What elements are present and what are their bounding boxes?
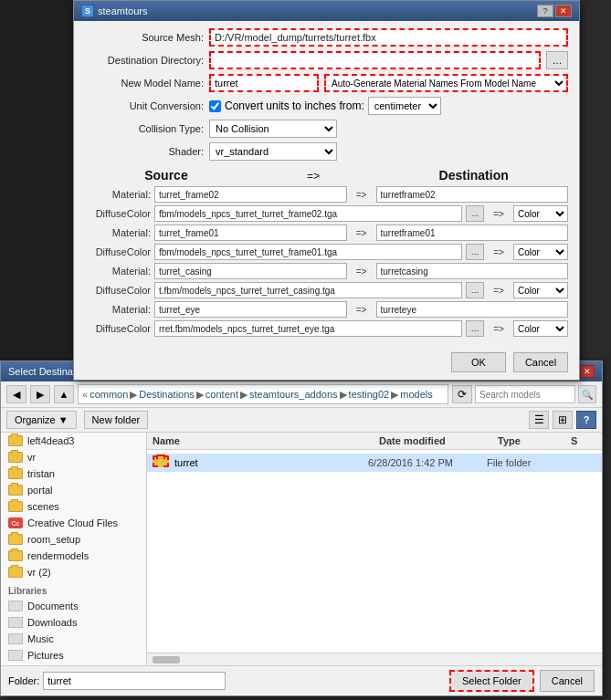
- search-input[interactable]: [475, 385, 575, 403]
- close-button[interactable]: ✕: [555, 5, 572, 17]
- sidebar-item-rendermodels[interactable]: rendermodels: [1, 548, 146, 564]
- mat-src-2[interactable]: [154, 263, 347, 279]
- sidebar-item-documents[interactable]: Documents: [1, 598, 146, 614]
- diff-src-1[interactable]: [154, 244, 462, 260]
- cancel-button-top[interactable]: Cancel: [513, 352, 568, 372]
- mat-dst-3[interactable]: [376, 301, 569, 318]
- fb-main: Name Date modified Type S turret 6/28/20…: [147, 433, 602, 665]
- nav-right: ⟳ 🔍: [452, 385, 596, 403]
- shader-select[interactable]: vr_standard: [209, 142, 337, 161]
- folder-input[interactable]: [43, 672, 226, 690]
- diff-browse-0[interactable]: …: [466, 205, 484, 222]
- sidebar-item-portal[interactable]: portal: [1, 482, 146, 498]
- cancel-button-fb[interactable]: Cancel: [540, 670, 595, 692]
- sidebar-label-rendermodels: rendermodels: [27, 550, 89, 561]
- view-button-icons[interactable]: ⊞: [553, 411, 573, 429]
- horizontal-scrollbar[interactable]: [147, 653, 602, 665]
- col-date: Date modified: [374, 433, 492, 449]
- diff-row-1: DiffuseColor … => Color: [85, 244, 568, 260]
- help-button[interactable]: ?: [537, 5, 553, 17]
- diff-src-2[interactable]: [154, 282, 462, 298]
- toolbar-right: ☰ ⊞ ?: [529, 411, 596, 429]
- sidebar-item-scenes[interactable]: scenes: [1, 498, 146, 515]
- collision-select[interactable]: No Collision: [209, 120, 337, 138]
- diff-browse-1[interactable]: …: [466, 244, 484, 260]
- organize-button[interactable]: Organize ▼: [6, 411, 77, 429]
- diff-src-0[interactable]: [154, 205, 462, 222]
- mat-dst-0[interactable]: [376, 186, 569, 203]
- select-folder-button[interactable]: Select Folder: [449, 670, 534, 692]
- refresh-button[interactable]: ⟳: [452, 385, 472, 403]
- sidebar-item-vr[interactable]: vr: [1, 449, 146, 465]
- steamtours-dialog: S steamtours ? ✕ Source Mesh: Destinatio…: [73, 0, 580, 381]
- titlebar-left: S steamtours: [81, 5, 147, 17]
- sidebar-item-music[interactable]: Music: [1, 631, 146, 647]
- unit-conv-select[interactable]: centimeter: [368, 97, 441, 115]
- sidebar-label-vr2: vr (2): [27, 567, 51, 578]
- folder-icon: [8, 435, 23, 446]
- ok-button[interactable]: OK: [451, 352, 506, 372]
- dest-header: Destination: [439, 168, 509, 183]
- materials-table: Material: => DiffuseColor … => Color Mat…: [85, 186, 568, 337]
- sidebar-item-pictures[interactable]: Pictures: [1, 647, 146, 663]
- titlebar-controls: ? ✕: [537, 5, 572, 17]
- help-button-fb[interactable]: ?: [576, 411, 596, 429]
- diff-dst-select-3[interactable]: Color: [513, 320, 568, 337]
- search-icon[interactable]: 🔍: [578, 385, 596, 403]
- background-app-left: [0, 0, 73, 360]
- sidebar-item-creative-cloud[interactable]: Cc Creative Cloud Files: [1, 515, 146, 531]
- fb-sidebar: left4dead3 vr tristan portal scenes Cc C…: [1, 433, 147, 665]
- fb-close-button[interactable]: ✕: [580, 365, 595, 378]
- sidebar-label-tristan: tristan: [27, 468, 55, 479]
- view-button-list[interactable]: ☰: [529, 411, 549, 429]
- unit-conv-label: Unit Conversion:: [85, 100, 204, 111]
- source-mesh-input[interactable]: [209, 28, 568, 47]
- mat-dst-2[interactable]: [376, 263, 569, 279]
- sidebar-label-documents: Documents: [27, 601, 79, 611]
- new-folder-button[interactable]: New folder: [84, 411, 149, 429]
- up-button[interactable]: ▲: [54, 385, 74, 403]
- breadcrumb-models[interactable]: models: [400, 389, 432, 400]
- breadcrumb-steamtours[interactable]: steamtours_addons: [249, 389, 338, 400]
- diff-dst-select-0[interactable]: Color: [513, 205, 568, 222]
- library-icon: [8, 617, 23, 628]
- diff-browse-3[interactable]: …: [466, 320, 484, 337]
- breadcrumb-common[interactable]: common: [90, 389, 128, 400]
- sidebar-item-tristan[interactable]: tristan: [1, 465, 146, 482]
- hscroll-thumb[interactable]: [153, 656, 180, 663]
- sidebar-item-room-setup[interactable]: room_setup: [1, 531, 146, 548]
- breadcrumb-content[interactable]: content: [205, 389, 238, 400]
- folder-icon: [8, 534, 23, 545]
- dest-dir-browse[interactable]: …: [546, 51, 568, 69]
- turret-folder-icon: [153, 455, 169, 467]
- unit-conv-checkbox[interactable]: [209, 100, 221, 112]
- sidebar-label-portal: portal: [27, 485, 53, 496]
- back-button[interactable]: ◀: [6, 385, 26, 403]
- file-type-turret: File folder: [487, 457, 560, 468]
- sidebar-label-downloads: Downloads: [27, 617, 77, 628]
- diff-src-3[interactable]: [154, 320, 462, 337]
- auto-gen-select[interactable]: Auto-Generate Material Names From Model …: [324, 74, 568, 92]
- diff-dst-select-2[interactable]: Color: [513, 282, 568, 298]
- file-row-turret[interactable]: turret 6/28/2016 1:42 PM File folder: [147, 454, 602, 472]
- diff-dst-select-1[interactable]: Color: [513, 244, 568, 260]
- breadcrumb-testing02[interactable]: testing02: [349, 389, 390, 400]
- mat-src-1[interactable]: [154, 225, 347, 241]
- mat-row-2: Material: =>: [85, 263, 568, 279]
- diff-label-0: DiffuseColor: [85, 208, 151, 219]
- folder-icon: [8, 452, 23, 463]
- sidebar-label-pictures: Pictures: [27, 650, 64, 661]
- dest-dir-input[interactable]: [209, 51, 541, 69]
- breadcrumb-destinations[interactable]: Destinations: [139, 389, 195, 400]
- sidebar-item-downloads[interactable]: Downloads: [1, 614, 146, 631]
- new-model-input[interactable]: [209, 74, 319, 92]
- sidebar-item-vr2[interactable]: vr (2): [1, 564, 146, 580]
- dialog-footer: OK Cancel: [74, 347, 579, 380]
- mat-dst-1[interactable]: [376, 225, 569, 241]
- sidebar-item-left4dead3[interactable]: left4dead3: [1, 433, 146, 449]
- forward-button[interactable]: ▶: [30, 385, 50, 403]
- mat-src-3[interactable]: [154, 301, 347, 318]
- mat-src-0[interactable]: [154, 186, 347, 203]
- diff-browse-2[interactable]: …: [466, 282, 484, 298]
- shader-row: Shader: vr_standard: [85, 142, 568, 161]
